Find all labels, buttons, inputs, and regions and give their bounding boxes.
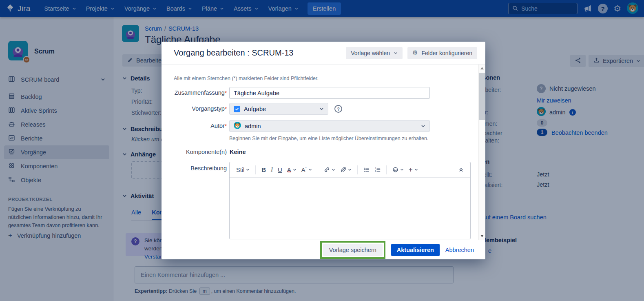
attach-dropdown[interactable] xyxy=(338,165,354,174)
issuetype-help-icon[interactable]: ? xyxy=(334,105,342,113)
author-label: Autor* xyxy=(174,123,227,129)
components-value: Keine xyxy=(230,149,246,155)
more-formatting-dropdown[interactable]: A° xyxy=(299,165,314,175)
choose-template-button[interactable]: Vorlage wählen xyxy=(346,47,403,59)
insert-more-dropdown[interactable]: + xyxy=(406,165,420,175)
task-type-icon xyxy=(234,106,240,112)
dialog-title: Vorgang bearbeiten : SCRUM-13 xyxy=(174,48,346,58)
author-helper-text: Beginnen Sie mit der Eingabe, um eine Li… xyxy=(229,136,428,141)
emoji-dropdown[interactable] xyxy=(390,165,406,174)
editor-content-area[interactable] xyxy=(230,178,470,239)
bullet-list-button[interactable] xyxy=(361,165,372,174)
text-color-dropdown[interactable]: A xyxy=(285,165,299,175)
configure-fields-button[interactable]: ⚙ Felder konfigurieren xyxy=(407,47,477,59)
update-button[interactable]: Aktualisieren xyxy=(391,244,440,256)
cancel-link[interactable]: Abbrechen xyxy=(445,247,474,253)
edit-issue-dialog: Vorgang bearbeiten : SCRUM-13 Vorlage wä… xyxy=(162,42,485,259)
author-select[interactable]: admin xyxy=(229,120,430,132)
scroll-down-arrow[interactable] xyxy=(479,233,485,239)
summary-label: Zusammenfassung* xyxy=(174,89,227,96)
dialog-scrollbar[interactable] xyxy=(478,65,485,240)
editor-style-dropdown[interactable]: Stil xyxy=(234,165,252,175)
issuetype-label: Vorgangstyp* xyxy=(174,105,227,112)
gear-icon: ⚙ xyxy=(412,50,418,56)
components-label: Komponente(n) xyxy=(174,149,227,155)
bold-button[interactable]: B xyxy=(259,165,268,175)
summary-input[interactable] xyxy=(229,87,430,99)
underline-button[interactable]: U xyxy=(275,165,285,175)
dialog-footer: Vorlage speichern Aktualisieren Abbreche… xyxy=(162,240,485,259)
numbered-list-button[interactable]: 12 xyxy=(372,165,383,174)
editor-toolbar: Stil B I U A A° xyxy=(230,162,470,178)
dialog-body: Alle mit einem Sternchen (*) markierten … xyxy=(162,65,485,240)
annotation-highlight-box: Vorlage speichern xyxy=(320,241,385,259)
save-template-button[interactable]: Vorlage speichern xyxy=(323,244,383,256)
description-editor: Stil B I U A A° xyxy=(229,162,471,239)
description-label: Beschreibung xyxy=(174,165,227,172)
svg-text:2: 2 xyxy=(375,170,376,172)
chevron-down-icon xyxy=(319,106,324,112)
author-avatar xyxy=(234,122,241,130)
issuetype-select[interactable]: Aufgabe xyxy=(229,103,328,115)
jira-application-window: Jira Startseite Projekte Vorgänge Boards… xyxy=(0,0,644,301)
svg-text:1: 1 xyxy=(375,167,376,169)
chevron-down-icon xyxy=(421,123,425,129)
scroll-up-arrow[interactable] xyxy=(479,65,485,71)
chevron-down-icon xyxy=(394,50,398,56)
scrollbar-thumb[interactable] xyxy=(479,73,485,120)
required-fields-note: Alle mit einem Sternchen (*) markierten … xyxy=(174,76,319,81)
collapse-toolbar-button[interactable] xyxy=(456,165,466,174)
link-dropdown[interactable] xyxy=(321,165,338,174)
italic-button[interactable]: I xyxy=(268,165,275,175)
dialog-header: Vorgang bearbeiten : SCRUM-13 Vorlage wä… xyxy=(162,42,485,65)
